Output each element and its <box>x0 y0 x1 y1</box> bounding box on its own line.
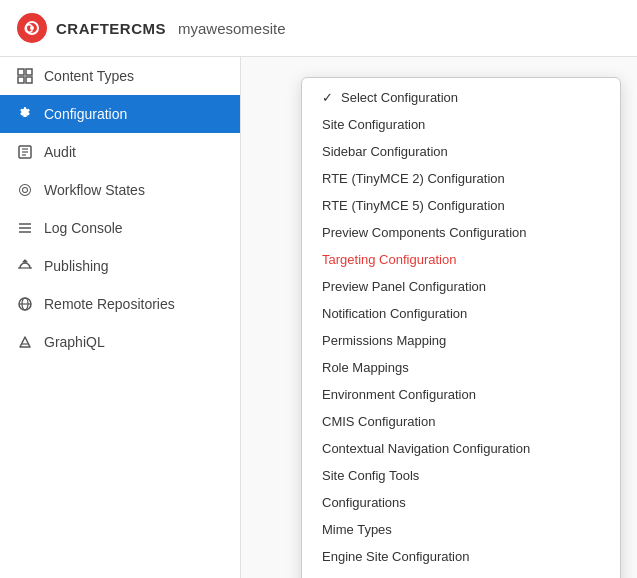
sidebar-item-label: Workflow States <box>44 182 145 198</box>
logo: C CRAFTERCMS <box>16 12 166 44</box>
publishing-icon <box>16 257 34 275</box>
site-name: myawesomesite <box>178 20 286 37</box>
svg-rect-4 <box>18 69 24 75</box>
svg-rect-7 <box>26 77 32 83</box>
sidebar-item-label: Log Console <box>44 220 123 236</box>
main-content: Content Types Configuration <box>0 57 637 578</box>
dropdown-item-site-config-tools[interactable]: Site Config Tools <box>302 462 620 489</box>
content-area: Select ConfigurationSite ConfigurationSi… <box>241 57 637 578</box>
configuration-dropdown[interactable]: Select ConfigurationSite ConfigurationSi… <box>301 77 621 578</box>
sidebar-item-label: GraphiQL <box>44 334 105 350</box>
sidebar-item-workflow-states[interactable]: Workflow States <box>0 171 240 209</box>
dropdown-item-contextual-navigation[interactable]: Contextual Navigation Configuration <box>302 435 620 462</box>
dropdown-item-cmis-configuration[interactable]: CMIS Configuration <box>302 408 620 435</box>
sidebar-item-content-types[interactable]: Content Types <box>0 57 240 95</box>
crafter-logo-icon: C <box>16 12 48 44</box>
sidebar-item-label: Publishing <box>44 258 109 274</box>
dropdown-item-rte-tinymce5[interactable]: RTE (TinyMCE 5) Configuration <box>302 192 620 219</box>
svg-rect-6 <box>18 77 24 83</box>
sidebar-item-label: Configuration <box>44 106 127 122</box>
graphiql-icon <box>16 333 34 351</box>
svg-point-3 <box>30 26 34 30</box>
dropdown-item-engine-site-configuration[interactable]: Engine Site Configuration <box>302 543 620 570</box>
sidebar-item-label: Content Types <box>44 68 134 84</box>
gear-icon <box>16 105 34 123</box>
sidebar: Content Types Configuration <box>0 57 241 578</box>
dropdown-item-preview-panel[interactable]: Preview Panel Configuration <box>302 273 620 300</box>
dropdown-item-site-configuration[interactable]: Site Configuration <box>302 111 620 138</box>
sidebar-item-log-console[interactable]: Log Console <box>0 209 240 247</box>
svg-rect-5 <box>26 69 32 75</box>
workflow-icon <box>16 181 34 199</box>
sidebar-item-label: Remote Repositories <box>44 296 175 312</box>
remote-repo-icon <box>16 295 34 313</box>
dropdown-item-mime-types[interactable]: Mime Types <box>302 516 620 543</box>
dropdown-item-notification-configuration[interactable]: Notification Configuration <box>302 300 620 327</box>
dropdown-item-preview-components[interactable]: Preview Components Configuration <box>302 219 620 246</box>
dropdown-item-select-configuration[interactable]: Select Configuration <box>302 84 620 111</box>
dropdown-item-rte-tinymce2[interactable]: RTE (TinyMCE 2) Configuration <box>302 165 620 192</box>
logo-text: CRAFTERCMS <box>56 20 166 37</box>
dropdown-item-environment-configuration[interactable]: Environment Configuration <box>302 381 620 408</box>
title-bar: C CRAFTERCMS myawesomesite <box>0 0 637 57</box>
sidebar-item-configuration[interactable]: Configuration <box>0 95 240 133</box>
dropdown-item-engine-site-application-context[interactable]: Engine Site Application Context <box>302 570 620 578</box>
grid-icon <box>16 67 34 85</box>
dropdown-item-targeting-configuration[interactable]: Targeting Configuration <box>302 246 620 273</box>
dropdown-item-configurations[interactable]: Configurations <box>302 489 620 516</box>
sidebar-item-audit[interactable]: Audit <box>0 133 240 171</box>
dropdown-item-role-mappings[interactable]: Role Mappings <box>302 354 620 381</box>
sidebar-item-label: Audit <box>44 144 76 160</box>
sidebar-item-graphiql[interactable]: GraphiQL <box>0 323 240 361</box>
dropdown-item-permissions-mapping[interactable]: Permissions Mapping <box>302 327 620 354</box>
log-console-icon <box>16 219 34 237</box>
sidebar-item-remote-repositories[interactable]: Remote Repositories <box>0 285 240 323</box>
dropdown-item-sidebar-configuration[interactable]: Sidebar Configuration <box>302 138 620 165</box>
app-window: C CRAFTERCMS myawesomesite Conte <box>0 0 637 578</box>
audit-icon <box>16 143 34 161</box>
sidebar-item-publishing[interactable]: Publishing <box>0 247 240 285</box>
